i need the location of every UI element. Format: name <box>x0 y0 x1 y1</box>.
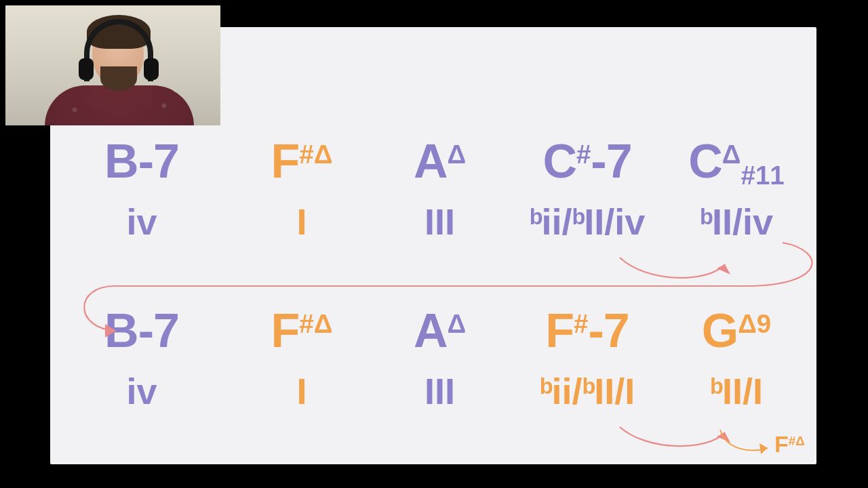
svg-marker-0 <box>717 264 730 274</box>
arrow-short-bottom <box>606 407 769 454</box>
target-chord: F#Δ <box>774 431 805 458</box>
analysis-cell: I <box>233 370 370 412</box>
analysis-cell: iv <box>50 370 233 412</box>
analysis-cell: bII/I <box>665 370 808 412</box>
chord-cell: F#-7 <box>509 304 665 358</box>
chord-cell: F#Δ <box>233 134 370 188</box>
video-frame: B-7 F#Δ AΔ C#-7 CΔ#11 iv I III bii/bII/i… <box>0 0 868 488</box>
chord-cell: CΔ#11 <box>665 134 808 190</box>
row1-chords: B-7 F#Δ AΔ C#-7 CΔ#11 <box>50 134 816 190</box>
analysis-cell: bii/bII/I <box>509 370 665 412</box>
chord-cell: C#-7 <box>509 134 665 188</box>
analysis-cell: bII/iv <box>665 201 808 243</box>
analysis-cell: III <box>370 370 509 412</box>
analysis-cell: iv <box>50 201 233 243</box>
chord-cell: GΔ9 <box>665 304 808 358</box>
row2-chords: B-7 F#Δ AΔ F#-7 GΔ9 <box>50 304 816 358</box>
svg-marker-3 <box>760 443 768 454</box>
chord-cell: AΔ <box>370 134 509 188</box>
analysis-cell: I <box>233 201 370 243</box>
svg-marker-2 <box>717 432 730 443</box>
chord-cell: AΔ <box>370 304 509 358</box>
presenter-webcam <box>5 5 220 125</box>
chord-cell: F#Δ <box>233 304 370 358</box>
analysis-cell: III <box>370 201 509 243</box>
chord-cell: B-7 <box>50 304 233 358</box>
chord-cell: B-7 <box>50 134 233 188</box>
row1-analysis: iv I III bii/bII/iv bII/iv <box>50 201 816 243</box>
analysis-cell: bii/bII/iv <box>509 201 665 243</box>
arrow-short-top <box>606 237 776 285</box>
row2-analysis: iv I III bii/bII/I bII/I <box>50 370 816 412</box>
